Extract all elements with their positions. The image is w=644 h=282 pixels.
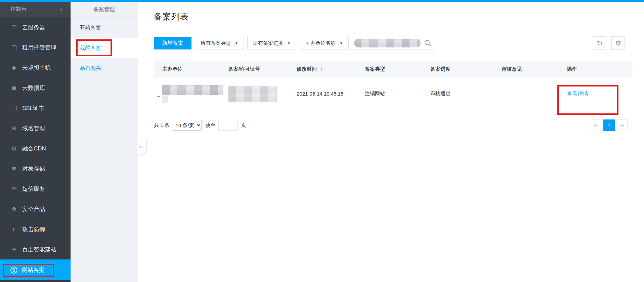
filing-type-filter[interactable]: 所有备案类型 ▼ bbox=[195, 37, 244, 49]
last-page-icon: ⇥ bbox=[619, 122, 624, 129]
secondary-sidebar: 备案管理 开始备案 我的备案 幕布购买 ◂ ≡ bbox=[71, 2, 138, 282]
sidebar-item-label: 短信服务 bbox=[22, 185, 45, 193]
cell-modified: 2021-05-14 10:45:15 bbox=[297, 91, 365, 97]
pagination: 共 1 条 10 条/页 跳至 页 ⇤ 1 ⇥ bbox=[154, 119, 632, 131]
sidebar-item-ssl-certificate[interactable]: ❑ SSL证书 bbox=[0, 98, 71, 118]
toolbar: 新增备案 所有备案类型 ▼ 所有备案进度 ▼ 主办单位名称 ▼ bbox=[154, 36, 632, 50]
filter-label: 所有备案类型 bbox=[201, 40, 231, 46]
cell-type: 注销网站 bbox=[365, 91, 430, 97]
sidebar-item-virtual-host[interactable]: ◈ 云虚拟主机 bbox=[0, 58, 71, 78]
virtual-host-icon: ◈ bbox=[10, 64, 18, 71]
chevron-down-icon: ▼ bbox=[235, 41, 238, 45]
sidebar-item-cdn[interactable]: ⊗ 融合CDN bbox=[0, 138, 71, 158]
column-header-type: 备案类型 bbox=[365, 66, 430, 72]
subsidebar-item-curtain-purchase[interactable]: 幕布购买 bbox=[71, 58, 138, 78]
table-header-row: 主办单位 备案/许可证号 修改时间 ▲ ▼ 备案类型 备案进度 审核意见 操作 bbox=[154, 61, 632, 77]
cloud-server-icon: ☰ bbox=[10, 24, 18, 31]
cell-license bbox=[228, 86, 297, 102]
sidebar-item-domain-management[interactable]: ⊕ 域名管理 bbox=[0, 118, 71, 138]
redacted-dash bbox=[157, 96, 160, 97]
object-storage-icon: ≋ bbox=[10, 165, 18, 172]
sidebar-item-object-storage[interactable]: ≋ 对象存储 bbox=[0, 158, 71, 179]
sidebar-item-website-filing[interactable]: 备 网站备案 bbox=[0, 259, 71, 280]
add-filing-button[interactable]: 新增备案 bbox=[154, 37, 191, 49]
sidebar-item-label: 租用托管管理 bbox=[22, 44, 56, 51]
section-title: 备案管理 bbox=[71, 2, 138, 18]
column-header-license: 备案/许可证号 bbox=[228, 66, 297, 72]
pager-buttons: ⇤ 1 ⇥ bbox=[591, 119, 628, 131]
sidebar-item-sms-service[interactable]: ✉ 短信服务 bbox=[0, 179, 71, 199]
cell-progress: 审核通过 bbox=[430, 91, 502, 97]
gear-icon: ⚙ bbox=[615, 40, 621, 47]
jump-page-input[interactable] bbox=[218, 120, 238, 131]
settings-button[interactable]: ⚙ bbox=[611, 36, 625, 50]
jump-to-label: 跳至 bbox=[206, 122, 216, 129]
sidebar-item-security-product[interactable]: ❖ 安全产品 bbox=[0, 199, 71, 219]
domain-management-icon: ⊕ bbox=[10, 125, 18, 132]
subsidebar-item-my-filings[interactable]: 我的备案 bbox=[71, 38, 138, 58]
cloud-database-icon: ≣ bbox=[10, 84, 18, 92]
search-field-selector[interactable]: 主办单位名称 ▼ bbox=[300, 37, 349, 49]
redacted-org-name bbox=[162, 85, 223, 95]
column-header-actions: 操作 bbox=[567, 66, 632, 72]
sidebar-item-label: 安全产品 bbox=[22, 205, 45, 213]
hosting-management-icon: ◫ bbox=[10, 44, 18, 51]
sidebar-item-label: 云服务器 bbox=[22, 24, 45, 31]
ssl-certificate-icon: ❑ bbox=[10, 104, 18, 112]
attack-defense-icon: ◐ bbox=[10, 226, 18, 233]
total-count-text: 共 1 条 bbox=[154, 122, 170, 129]
cdn-icon: ⊗ bbox=[10, 145, 18, 152]
sidebar-item-label: 百度智能建站 bbox=[22, 246, 56, 253]
sort-down-icon: ▼ bbox=[320, 69, 323, 71]
chevron-left-icon: ◂ bbox=[139, 145, 141, 148]
cell-org bbox=[154, 85, 228, 103]
main-content: 备案列表 新增备案 所有备案类型 ▼ 所有备案进度 ▼ 主办单位名称 ▼ bbox=[138, 2, 644, 282]
sidebar-item-label: 域名管理 bbox=[22, 125, 45, 132]
page-1-button[interactable]: 1 bbox=[603, 119, 615, 131]
filter-label: 主办单位名称 bbox=[305, 40, 336, 46]
sidebar-collapse-handle[interactable]: ◂ ≡ bbox=[137, 139, 146, 154]
first-page-button[interactable]: ⇤ bbox=[591, 119, 602, 131]
table-row: 2021-05-14 10:45:15 注销网站 审核通过 查看详情 bbox=[154, 77, 632, 111]
chevron-down-icon: ▼ bbox=[340, 41, 343, 45]
column-header-review: 审核意见 bbox=[502, 66, 567, 72]
sidebar-item-label: 攻击防御 bbox=[22, 225, 45, 233]
toolbar-right-actions: ↻ ⚙ bbox=[593, 36, 625, 50]
page: 控制台 ▼ ☰ 云服务器 ◫ 租用托管管理 ◈ 云虚拟主机 ≣ 云数据 bbox=[0, 0, 644, 282]
page-size-select[interactable]: 10 条/页 bbox=[173, 120, 202, 131]
sidebar-item-site-builder[interactable]: ℮ 百度智能建站 bbox=[0, 239, 71, 259]
sidebar-item-cloud-database[interactable]: ≣ 云数据库 bbox=[0, 78, 71, 98]
first-page-icon: ⇤ bbox=[594, 122, 598, 129]
filter-label: 所有备案进度 bbox=[253, 40, 283, 46]
page-title: 备案列表 bbox=[154, 11, 644, 22]
sidebar-item-hosting-management[interactable]: ◫ 租用托管管理 bbox=[0, 37, 71, 58]
column-header-progress: 备案进度 bbox=[430, 66, 502, 72]
sidebar-item-attack-defense[interactable]: ◐ 攻击防御 bbox=[0, 219, 71, 239]
collapse-icon: ≡ bbox=[141, 144, 144, 150]
last-page-button[interactable]: ⇥ bbox=[616, 119, 628, 131]
search-input[interactable] bbox=[350, 37, 435, 49]
chevron-down-icon: ▼ bbox=[287, 41, 291, 45]
search-icon[interactable] bbox=[424, 39, 431, 47]
column-header-modified[interactable]: 修改时间 ▲ ▼ bbox=[297, 66, 365, 72]
refresh-button[interactable]: ↻ bbox=[593, 36, 606, 50]
refresh-icon: ↻ bbox=[597, 40, 603, 47]
chevron-down-icon: ▼ bbox=[59, 7, 63, 11]
sidebar-nav: ☰ 云服务器 ◫ 租用托管管理 ◈ 云虚拟主机 ≣ 云数据库 ❑ SSL证书 bbox=[0, 17, 71, 280]
filing-table: 主办单位 备案/许可证号 修改时间 ▲ ▼ 备案类型 备案进度 审核意见 操作 bbox=[154, 61, 632, 111]
subsidebar-item-start-filing[interactable]: 开始备案 bbox=[71, 18, 138, 38]
column-header-org: 主办单位 bbox=[154, 66, 228, 72]
sidebar-item-cloud-server[interactable]: ☰ 云服务器 bbox=[0, 17, 71, 37]
view-details-link[interactable]: 查看详情 bbox=[567, 91, 588, 98]
sidebar-item-label: 云虚拟主机 bbox=[22, 64, 51, 72]
security-product-icon: ❖ bbox=[10, 205, 18, 213]
site-builder-icon: ℮ bbox=[10, 246, 18, 253]
sort-toggle-icon[interactable]: ▲ ▼ bbox=[320, 67, 323, 71]
redacted-org-fragment bbox=[162, 96, 168, 103]
filing-progress-filter[interactable]: 所有备案进度 ▼ bbox=[247, 37, 296, 49]
primary-sidebar: 控制台 ▼ ☰ 云服务器 ◫ 租用托管管理 ◈ 云虚拟主机 ≣ 云数据 bbox=[0, 2, 71, 282]
sidebar-item-label: 对象存储 bbox=[22, 165, 45, 173]
console-switcher[interactable]: 控制台 ▼ bbox=[0, 2, 71, 17]
sidebar-item-label: SSL证书 bbox=[22, 104, 44, 112]
website-filing-icon: 备 bbox=[10, 267, 17, 274]
